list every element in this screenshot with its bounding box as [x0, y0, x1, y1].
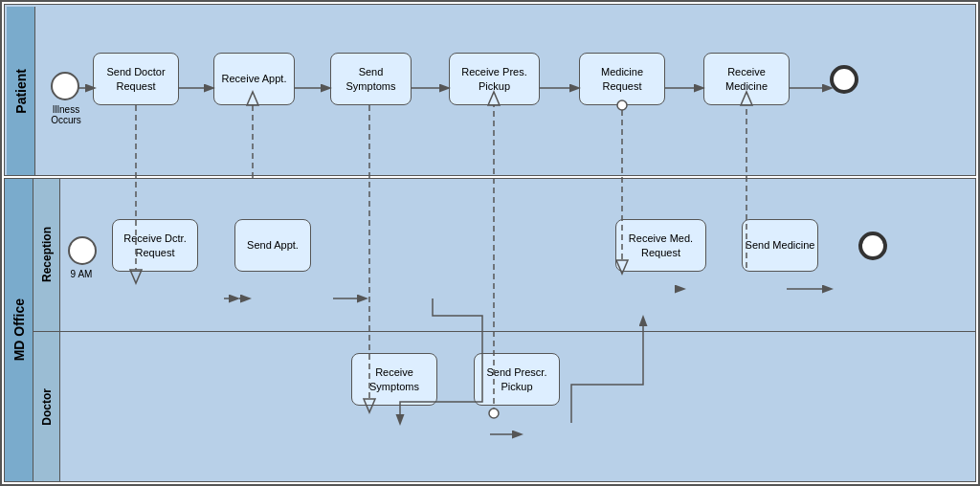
task-medicine-request: Medicine Request: [579, 53, 665, 105]
lane-patient: Patient IllnessOccurs Send Doctor Reques…: [4, 4, 976, 176]
md-end-event: [858, 232, 887, 260]
lane-md-office: MD Office Reception 9 AM Receive Dctr. R…: [4, 178, 976, 482]
doctor-sublane-label: Doctor: [33, 332, 60, 481]
patient-lane-label: Patient: [7, 7, 35, 175]
task-receive-dctr-request: Receive Dctr. Request: [112, 219, 198, 272]
task-receive-medicine: Receive Medicine: [703, 53, 790, 105]
task-receive-med-request: Receive Med. Request: [615, 219, 706, 272]
task-send-medicine: Send Medicine: [742, 219, 818, 272]
task-receive-symptoms: Receive Symptoms: [351, 353, 437, 406]
task-send-symptoms: Send Symptoms: [330, 53, 412, 105]
task-send-prescr-pickup: Send Prescr. Pickup: [474, 353, 560, 406]
task-receive-pres-pickup: Receive Pres. Pickup: [449, 53, 540, 105]
sublane-doctor: Doctor Receive Symptoms Send Prescr. Pic…: [33, 332, 975, 481]
diagram-container: Patient IllnessOccurs Send Doctor Reques…: [0, 0, 980, 486]
task-send-doctor-request: Send Doctor Request: [93, 53, 179, 105]
task-send-appt: Send Appt.: [234, 219, 311, 272]
md-start-event: [68, 236, 97, 265]
md-start-label: 9 AM: [57, 269, 105, 279]
patient-start-label: IllnessOccurs: [39, 104, 93, 125]
sublane-reception: Reception 9 AM Receive Dctr. Request Sen…: [33, 179, 975, 332]
reception-sublane-label: Reception: [33, 179, 60, 331]
md-office-lane-label: MD Office: [5, 179, 33, 481]
task-receive-appt: Receive Appt.: [213, 53, 295, 105]
patient-end-event: [830, 65, 858, 94]
patient-start-event: [51, 72, 79, 100]
